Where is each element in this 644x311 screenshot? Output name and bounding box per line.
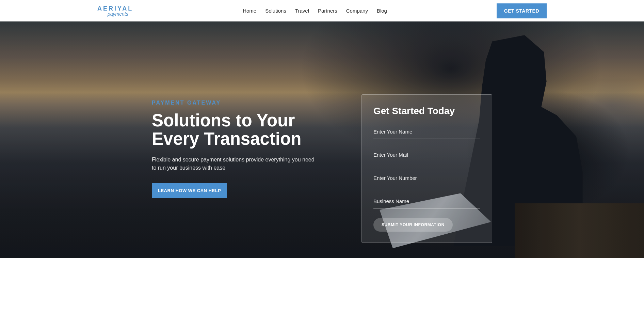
nav-home[interactable]: Home [243, 8, 256, 14]
nav-blog[interactable]: Blog [377, 8, 387, 14]
get-started-button[interactable]: GET STARTED [497, 3, 547, 18]
learn-more-button[interactable]: LEARN HOW WE CAN HELP [152, 183, 227, 198]
primary-nav: Home Solutions Travel Partners Company B… [243, 8, 387, 14]
hero-eyebrow: PAYMENT GATEWAY [152, 100, 322, 106]
business-field[interactable] [373, 195, 480, 208]
logo-main: AERIYAL [97, 5, 133, 12]
hero-description: Flexible and secure payment solutions pr… [152, 156, 315, 172]
hero-copy: PAYMENT GATEWAY Solutions to Your Every … [152, 100, 322, 198]
site-header: AERIYAL payments Home Solutions Travel P… [0, 0, 644, 21]
hero-content: PAYMENT GATEWAY Solutions to Your Every … [152, 21, 492, 243]
email-field[interactable] [373, 149, 480, 162]
nav-partners[interactable]: Partners [318, 8, 337, 14]
logo[interactable]: AERIYAL payments [97, 5, 133, 16]
submit-button[interactable]: SUBMIT YOUR INFORMATION [373, 218, 453, 232]
name-field[interactable] [373, 125, 480, 139]
form-title: Get Started Today [373, 106, 480, 116]
logo-sub: payments [97, 12, 133, 16]
lead-form: Get Started Today SUBMIT YOUR INFORMATIO… [361, 94, 492, 243]
number-field[interactable] [373, 172, 480, 185]
hero-title: Solutions to Your Every Transaction [152, 111, 322, 148]
nav-solutions[interactable]: Solutions [265, 8, 286, 14]
nav-company[interactable]: Company [346, 8, 368, 14]
hero-section: PAYMENT GATEWAY Solutions to Your Every … [0, 21, 644, 258]
nav-travel[interactable]: Travel [295, 8, 309, 14]
